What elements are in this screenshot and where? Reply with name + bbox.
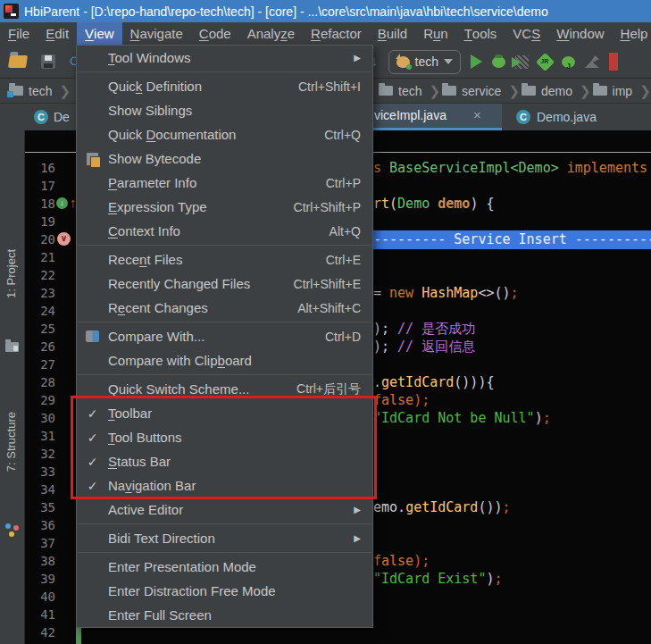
- jrebel-run-icon[interactable]: JR: [536, 52, 555, 71]
- menu-item-expression-type[interactable]: Expression TypeCtrl+Shift+P: [77, 195, 372, 219]
- menu-item-quick-definition[interactable]: Quick DefinitionCtrl+Shift+I: [77, 74, 372, 98]
- menubar-item-tools[interactable]: Tools: [456, 22, 505, 45]
- menu-item-enter-distraction-free-mode[interactable]: Enter Distraction Free Mode: [77, 579, 372, 603]
- tab-demoserviceimpl-partial[interactable]: C De: [34, 104, 70, 130]
- tool-window-button-structure[interactable]: 7: Structure: [4, 412, 18, 472]
- vcs-change-marker: [76, 627, 81, 644]
- overridden-method-gutter-icon[interactable]: ∨: [57, 232, 71, 246]
- chevron-right-icon: ❯: [59, 83, 71, 99]
- menu-item-recent-changes[interactable]: Recent ChangesAlt+Shift+C: [77, 296, 372, 320]
- menubar-item-run[interactable]: Run: [415, 22, 456, 45]
- jprofiler-label: J: [566, 62, 571, 71]
- folder-icon: [442, 86, 456, 96]
- run-icon[interactable]: [471, 54, 482, 69]
- rocket-disabled-icon: [585, 55, 599, 68]
- menubar-item-view[interactable]: View: [77, 22, 122, 45]
- menubar-item-code[interactable]: Code: [191, 22, 239, 45]
- project-tool-icon[interactable]: [5, 342, 19, 352]
- menu-item-compare-with[interactable]: Compare With...Ctrl+D: [77, 324, 372, 348]
- debug-icon[interactable]: [492, 56, 505, 68]
- menu-item-recently-changed-files[interactable]: Recently Changed FilesCtrl+Shift+E: [77, 272, 372, 296]
- menu-item-parameter-info[interactable]: Parameter InfoCtrl+P: [77, 171, 372, 195]
- run-configuration-select[interactable]: tech: [388, 50, 461, 74]
- code-line: ); // 返回信息: [373, 338, 475, 355]
- menubar-item-analyze[interactable]: Analyze: [239, 22, 303, 45]
- line-number: 16: [25, 159, 55, 177]
- menu-separator: [78, 552, 371, 553]
- breadcrumb-label: demo: [541, 84, 572, 98]
- menu-item-label: Show Siblings: [108, 103, 192, 118]
- menu-item-show-siblings[interactable]: Show Siblings: [77, 98, 372, 122]
- menu-item-shortcut: Ctrl+后引号: [296, 381, 361, 397]
- menu-item-tool-buttons[interactable]: ✓Tool Buttons: [77, 425, 372, 449]
- menubar-item-help[interactable]: Help: [613, 22, 651, 45]
- diff-icon: [77, 330, 108, 342]
- menu-item-tool-windows[interactable]: Tool Windows▶: [77, 46, 372, 70]
- tab-demo-java[interactable]: C Demo.java: [516, 104, 597, 130]
- menubar-item-refactor[interactable]: Refactor: [303, 22, 370, 45]
- menu-item-shortcut: Ctrl+D: [325, 330, 361, 344]
- menu-item-status-bar[interactable]: ✓Status Bar: [77, 449, 372, 473]
- menu-item-quick-switch-scheme[interactable]: Quick Switch Scheme...Ctrl+后引号: [77, 377, 372, 401]
- bytecode-icon: [77, 153, 108, 165]
- tool-window-button-project[interactable]: 1: Project: [4, 249, 18, 298]
- menu-item-shortcut: Ctrl+Shift+I: [298, 79, 361, 94]
- menu-item-label: Recently Changed Files: [108, 276, 250, 291]
- menu-item-shortcut: Ctrl+Shift+P: [294, 200, 361, 214]
- breadcrumb-item-tech[interactable]: tech❯: [379, 83, 442, 99]
- menubar-item-edit[interactable]: Edit: [38, 22, 77, 45]
- code-line: false);: [373, 391, 430, 409]
- menu-item-label: Status Bar: [108, 454, 171, 469]
- checkmark-icon: ✓: [77, 431, 108, 445]
- menu-item-compare-with-clipboard[interactable]: Compare with Clipboard: [77, 348, 372, 372]
- close-icon[interactable]: ×: [473, 107, 481, 122]
- run-configuration-label: tech: [415, 54, 438, 69]
- structure-tool-icon[interactable]: [5, 523, 19, 537]
- menu-item-shortcut: Alt+Q: [330, 224, 361, 238]
- run-with-coverage-icon[interactable]: [515, 55, 529, 69]
- implements-gutter-icon[interactable]: ↓: [56, 197, 68, 209]
- menu-item-enter-presentation-mode[interactable]: Enter Presentation Mode: [77, 555, 372, 579]
- line-number: 25: [25, 320, 55, 338]
- breadcrumb-item-tech-root[interactable]: tech ❯: [9, 83, 72, 99]
- menu-bar: FileEditViewNavigateCodeAnalyzeRefactorB…: [0, 22, 651, 45]
- breadcrumb-item-demo[interactable]: demo❯: [522, 83, 593, 99]
- line-number: 33: [25, 463, 55, 481]
- menu-item-active-editor[interactable]: Active Editor▶: [77, 498, 372, 522]
- menu-item-toolbar[interactable]: ✓Toolbar: [77, 401, 372, 425]
- open-project-icon[interactable]: [8, 55, 28, 68]
- menu-item-context-info[interactable]: Context InfoAlt+Q: [77, 219, 372, 243]
- code-line: ); // 是否成功: [373, 320, 475, 338]
- menu-item-navigation-bar[interactable]: ✓Navigation Bar: [77, 473, 372, 498]
- menu-item-quick-documentation[interactable]: Quick DocumentationCtrl+Q: [77, 122, 372, 146]
- save-all-icon[interactable]: [41, 54, 55, 69]
- line-number: 28: [25, 373, 55, 391]
- line-number: 17: [25, 177, 55, 195]
- line-number: 41: [25, 606, 55, 623]
- view-menu-dropdown: Tool Windows▶Quick DefinitionCtrl+Shift+…: [76, 45, 373, 628]
- menubar-item-build[interactable]: Build: [370, 22, 415, 45]
- stop-icon-partial[interactable]: [609, 53, 618, 71]
- menu-item-label: Parameter Info: [108, 175, 196, 190]
- menu-item-enter-full-screen[interactable]: Enter Full Screen: [77, 603, 372, 627]
- jprofiler-icon[interactable]: J: [562, 56, 575, 68]
- menubar-item-window[interactable]: Window: [548, 22, 612, 45]
- menu-item-recent-files[interactable]: Recent FilesCtrl+E: [77, 247, 372, 272]
- menu-item-label: Recent Changes: [108, 300, 208, 315]
- menu-item-bidi-text-direction[interactable]: Bidi Text Direction▶: [77, 526, 372, 550]
- menu-item-shortcut: Alt+Shift+C: [297, 301, 361, 315]
- menu-item-label: Context Info: [108, 223, 180, 238]
- submenu-arrow-icon: ▶: [354, 533, 361, 543]
- menu-item-show-bytecode[interactable]: Show Bytecode: [77, 146, 372, 171]
- menu-item-label: Tool Windows: [108, 50, 191, 65]
- line-number: 38: [25, 552, 55, 570]
- breadcrumb-item-imp[interactable]: imp❯: [593, 83, 651, 99]
- menubar-item-file[interactable]: File: [0, 22, 38, 45]
- code-line: s BaseServiceImpl<Demo> implements: [373, 159, 647, 177]
- menubar-item-navigate[interactable]: Navigate: [122, 22, 191, 45]
- menu-item-label: Tool Buttons: [108, 430, 182, 445]
- menubar-item-vcs[interactable]: VCS: [505, 22, 548, 45]
- line-number: 24: [25, 302, 55, 320]
- line-number: 23: [25, 284, 55, 302]
- breadcrumb-item-service[interactable]: service❯: [442, 83, 522, 99]
